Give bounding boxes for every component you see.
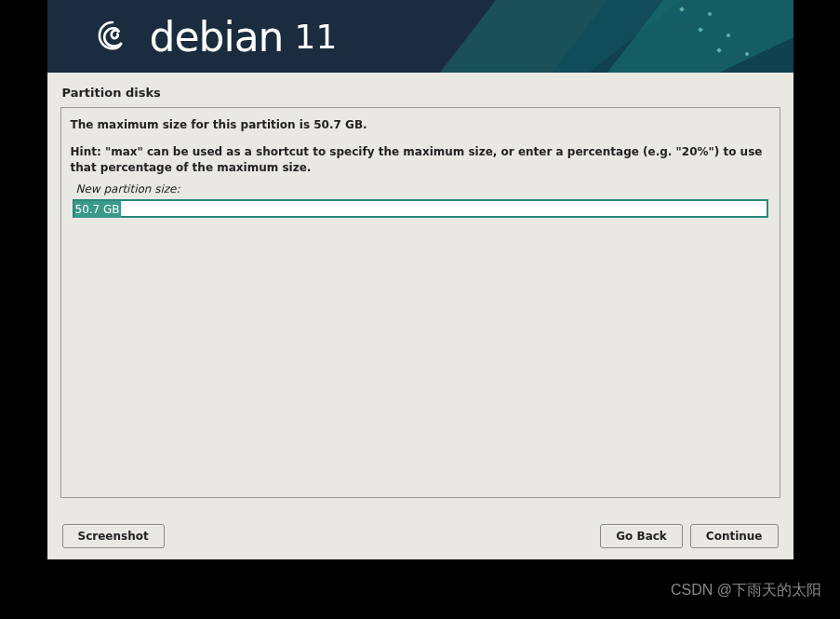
- main-panel: The maximum size for this partition is 5…: [60, 107, 780, 498]
- watermark: CSDN @下雨天的太阳: [671, 581, 821, 600]
- go-back-button[interactable]: Go Back: [600, 524, 683, 548]
- hint-text: Hint: "max" can be used as a shortcut to…: [71, 144, 770, 176]
- installer-window: debian 11 Partition disks The maximum si…: [47, 0, 793, 559]
- debian-swirl-icon: [92, 16, 133, 57]
- content-area: Partition disks The maximum size for thi…: [47, 73, 793, 559]
- page-title: Partition disks: [60, 86, 780, 107]
- max-size-text: The maximum size for this partition is 5…: [71, 117, 770, 133]
- partition-size-input[interactable]: 50.7 GB: [73, 199, 768, 218]
- header-banner: debian 11: [47, 0, 793, 73]
- partition-size-label: New partition size:: [71, 182, 770, 195]
- brand-name: debian: [150, 13, 284, 61]
- continue-button[interactable]: Continue: [690, 524, 779, 548]
- brand-version: 11: [295, 18, 338, 56]
- input-value-selected: 50.7 GB: [74, 201, 121, 218]
- logo-area: debian 11: [47, 0, 793, 73]
- screenshot-button[interactable]: Screenshot: [62, 524, 165, 548]
- button-row: Screenshot Go Back Continue: [60, 524, 780, 548]
